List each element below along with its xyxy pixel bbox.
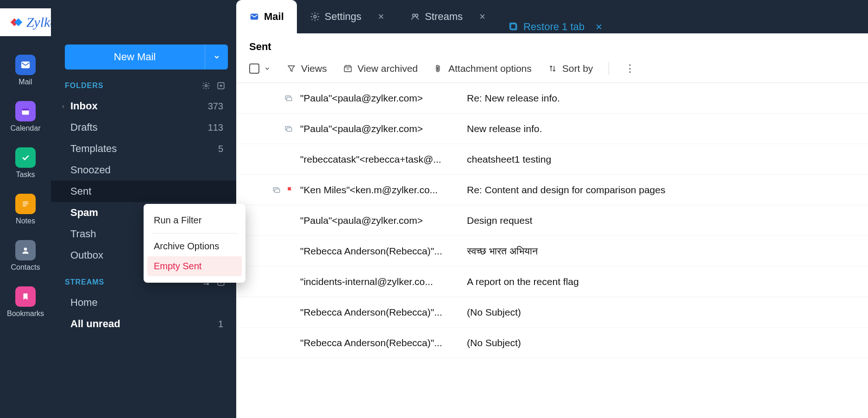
mail-sender: "rebeccatask"<rebecca+task@... bbox=[300, 154, 467, 165]
mail-subject: cheatsheet1 testing bbox=[467, 154, 855, 165]
svg-point-19 bbox=[314, 15, 316, 18]
restore-label: Restore 1 tab bbox=[523, 21, 585, 33]
chevron-down-icon bbox=[213, 53, 220, 61]
folder-sent[interactable]: Sent bbox=[51, 181, 236, 202]
close-icon[interactable]: × bbox=[479, 11, 485, 23]
sort-by-button[interactable]: Sort by bbox=[547, 63, 593, 74]
svg-rect-24 bbox=[344, 67, 351, 72]
main-pane: Mail Settings × Streams × Restore 1 tab … bbox=[236, 0, 868, 418]
mail-subject: Re: New release info. bbox=[467, 93, 855, 104]
mail-row[interactable]: "Rebecca Anderson(Rebecca)"...(No Subjec… bbox=[236, 297, 868, 328]
mail-subject: Re: Content and design for comparison pa… bbox=[467, 184, 855, 196]
sort-icon bbox=[547, 63, 558, 74]
restore-tab-button[interactable]: Restore 1 tab × bbox=[498, 20, 612, 33]
tab-mail[interactable]: Mail bbox=[236, 0, 297, 33]
divider bbox=[152, 233, 237, 234]
calendar-icon bbox=[15, 101, 36, 121]
folder-drafts[interactable]: Drafts 113 bbox=[51, 117, 236, 138]
mail-sender: "Rebecca Anderson(Rebecca)"... bbox=[300, 246, 467, 257]
mail-sender: "Paula"<paula@zylker.com> bbox=[300, 215, 467, 226]
chevron-down-icon bbox=[264, 65, 270, 72]
gear-icon bbox=[310, 12, 320, 22]
row-lead bbox=[249, 186, 300, 194]
mail-row[interactable]: "incidents-internal@zylker.co...A report… bbox=[236, 266, 868, 297]
mail-row[interactable]: "Rebecca Anderson(Rebecca)"...स्वच्छ भार… bbox=[236, 236, 868, 266]
svg-rect-30 bbox=[275, 189, 280, 192]
attachment-options-button[interactable]: Attachment options bbox=[434, 63, 532, 74]
mail-sender: "Rebecca Anderson(Rebecca)"... bbox=[300, 307, 467, 318]
rail-item-mail[interactable]: Mail bbox=[15, 55, 36, 86]
views-label: Views bbox=[301, 63, 327, 74]
mail-sender: "incidents-internal@zylker.co... bbox=[300, 276, 467, 287]
tab-settings[interactable]: Settings × bbox=[297, 0, 397, 33]
view-archived-button[interactable]: View archived bbox=[343, 63, 418, 74]
mail-row[interactable]: "Paula"<paula@zylker.com>Design request bbox=[236, 205, 868, 236]
mail-subject: (No Subject) bbox=[467, 337, 855, 348]
people-icon bbox=[410, 12, 420, 22]
stream-home[interactable]: Home bbox=[51, 292, 236, 313]
rail-label: Notes bbox=[16, 217, 35, 225]
svg-point-21 bbox=[415, 14, 418, 17]
pane-title: Sent bbox=[236, 33, 868, 58]
more-options-button[interactable]: ⋮ bbox=[625, 63, 636, 75]
restore-icon bbox=[509, 22, 519, 32]
svg-rect-2 bbox=[22, 108, 29, 110]
context-archive-options[interactable]: Archive Options bbox=[147, 236, 242, 256]
new-mail-button[interactable]: New Mail bbox=[65, 44, 205, 70]
sidebar: New Mail FOLDERS › Inbox 373 Drafts 113 … bbox=[51, 0, 236, 418]
context-empty-sent[interactable]: Empty Sent bbox=[147, 256, 242, 276]
svg-rect-28 bbox=[287, 127, 292, 131]
flag-icon bbox=[286, 186, 294, 194]
mail-subject: स्वच्छ भारत अभियान bbox=[467, 246, 855, 257]
rail-label: Calendar bbox=[11, 124, 41, 133]
tab-streams[interactable]: Streams × bbox=[397, 0, 498, 33]
tab-label: Streams bbox=[425, 11, 463, 23]
mail-row[interactable]: "Rebecca Anderson(Rebecca)"...(No Subjec… bbox=[236, 328, 868, 358]
tab-bar: Mail Settings × Streams × Restore 1 tab … bbox=[236, 0, 868, 33]
check-icon bbox=[15, 147, 36, 168]
folder-templates[interactable]: Templates 5 bbox=[51, 138, 236, 159]
mail-sender: "Paula"<paula@zylker.com> bbox=[300, 93, 467, 104]
conversation-icon bbox=[283, 125, 294, 133]
folder-snoozed[interactable]: Snoozed bbox=[51, 159, 236, 181]
conversation-icon bbox=[271, 186, 282, 194]
folder-inbox[interactable]: › Inbox 373 bbox=[51, 95, 236, 117]
mail-subject: A report on the recent flag bbox=[467, 276, 855, 287]
folder-settings-icon[interactable] bbox=[201, 81, 211, 91]
close-icon[interactable]: × bbox=[378, 11, 384, 23]
mail-row[interactable]: "Ken Miles"<ken.m@zylker.co...Re: Conten… bbox=[236, 175, 868, 205]
filter-icon bbox=[286, 63, 296, 74]
divider bbox=[609, 62, 609, 75]
attachment-options-label: Attachment options bbox=[448, 63, 532, 74]
new-mail-dropdown[interactable] bbox=[205, 44, 228, 70]
views-button[interactable]: Views bbox=[286, 63, 327, 74]
chevron-right-icon: › bbox=[62, 102, 70, 110]
mail-row[interactable]: "rebeccatask"<rebecca+task@...cheatsheet… bbox=[236, 144, 868, 175]
add-folder-icon[interactable] bbox=[216, 81, 226, 91]
rail-item-notes[interactable]: Notes bbox=[15, 194, 36, 225]
rail-item-calendar[interactable]: Calendar bbox=[11, 101, 41, 133]
rail-label: Tasks bbox=[16, 171, 35, 179]
svg-point-7 bbox=[205, 85, 208, 87]
rail-item-contacts[interactable]: Contacts bbox=[11, 240, 40, 272]
select-all-checkbox[interactable] bbox=[249, 63, 270, 74]
mail-row[interactable]: "Paula"<paula@zylker.com>New release inf… bbox=[236, 114, 868, 144]
row-lead bbox=[249, 94, 300, 102]
notes-icon bbox=[15, 194, 36, 214]
mail-sender: "Rebecca Anderson(Rebecca)"... bbox=[300, 337, 467, 348]
bookmark-icon bbox=[15, 286, 36, 307]
mail-sender: "Paula"<paula@zylker.com> bbox=[300, 123, 467, 134]
close-icon[interactable]: × bbox=[596, 20, 602, 33]
stream-all-unread[interactable]: All unread 1 bbox=[51, 313, 236, 335]
mail-list: "Paula"<paula@zylker.com>Re: New release… bbox=[236, 83, 868, 418]
rail-label: Mail bbox=[19, 78, 32, 86]
context-run-filter[interactable]: Run a Filter bbox=[147, 210, 242, 230]
mail-subject: (No Subject) bbox=[467, 307, 855, 318]
rail-item-tasks[interactable]: Tasks bbox=[15, 147, 36, 179]
svg-point-6 bbox=[24, 247, 27, 251]
rail-item-bookmarks[interactable]: Bookmarks bbox=[7, 286, 44, 318]
mail-row[interactable]: "Paula"<paula@zylker.com>Re: New release… bbox=[236, 83, 868, 114]
person-icon bbox=[15, 240, 36, 260]
checkbox-icon bbox=[249, 63, 259, 74]
mail-icon bbox=[15, 55, 36, 75]
